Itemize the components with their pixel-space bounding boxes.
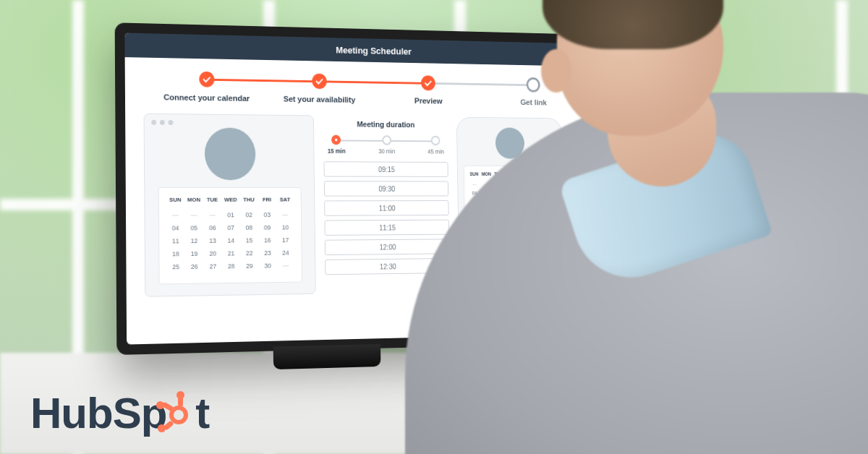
calendar-day[interactable]: 19 [185,247,204,260]
day-header: SAT [276,197,294,209]
calendar-day[interactable]: 27 [203,260,222,273]
day-header: WED [221,197,239,209]
app-title: Meeting Scheduler [336,44,412,56]
calendar-grid: ———010203—040506070809101112131415161718… [166,209,295,274]
day-header: SUN [166,197,184,209]
calendar-day[interactable]: 05 [184,222,203,235]
duration-option-30[interactable]: 30 min [378,136,395,155]
sprocket-icon [163,397,197,430]
calendar-day[interactable]: 15 [240,234,258,247]
calendar-day[interactable]: 25 [166,260,185,273]
step-label: Set your availability [264,93,375,105]
calendar-day[interactable]: — [276,260,294,273]
calendar-day[interactable]: — [184,209,203,222]
duration-label: 15 min [328,147,346,155]
radio-icon [382,136,391,145]
day-header: TUE [203,197,222,209]
calendar-day[interactable]: 03 [258,209,276,222]
calendar-day[interactable]: 01 [221,209,239,222]
calendar-day[interactable]: — [166,209,185,222]
calendar-day[interactable]: 14 [222,234,240,247]
calendar-day[interactable]: 07 [221,221,239,234]
calendar-day[interactable]: 09 [258,221,276,234]
calendar-day[interactable]: 13 [203,234,222,247]
calendar-day[interactable]: 26 [185,260,204,273]
calendar-day[interactable]: 29 [240,260,258,273]
calendar-day[interactable]: 21 [222,247,240,260]
person-silhouette [405,0,868,454]
day-header: FRI [258,197,276,209]
calendar-day[interactable]: 08 [240,221,258,234]
step-label: Connect your calendar [149,92,264,103]
calendar-day[interactable]: 16 [258,234,276,247]
step-connect-calendar[interactable]: Connect your calendar [149,71,264,104]
calendar-day[interactable]: 04 [166,222,185,235]
desktop-preview: SUN MON TUE WED THU FRI SAT ———010203—04… [144,113,316,297]
logo-text-part1: HubSp [30,388,166,438]
calendar-day[interactable]: 02 [240,209,258,222]
day-header: THU [239,197,258,209]
day-header: MON [184,197,203,209]
hubspot-logo: HubSp t [30,388,209,438]
calendar-day[interactable]: 12 [185,235,204,248]
avatar [205,128,256,181]
calendar-day[interactable]: 11 [166,235,185,248]
step-set-availability[interactable]: Set your availability [263,72,375,105]
calendar-day[interactable]: 23 [258,247,276,260]
radio-icon [332,135,341,145]
calendar-day[interactable]: 20 [203,247,222,260]
calendar-day[interactable]: 24 [276,247,294,260]
marketing-scene: Meeting Scheduler Connect your calendar … [0,0,868,454]
monitor-chin [273,344,381,369]
calendar-widget[interactable]: SUN MON TUE WED THU FRI SAT ———010203—04… [158,187,302,284]
check-icon [199,72,214,87]
calendar-day[interactable]: 22 [240,247,258,260]
calendar-day[interactable]: 17 [276,234,294,247]
check-icon [312,74,327,90]
calendar-day[interactable]: — [276,209,294,222]
calendar-day[interactable]: 18 [166,248,185,261]
calendar-day[interactable]: — [203,209,222,222]
calendar-day[interactable]: 10 [276,221,294,234]
calendar-day[interactable]: 06 [203,222,222,235]
window-controls-icon [151,120,173,125]
logo-text-part2: t [195,388,209,438]
calendar-day[interactable]: 28 [222,260,240,273]
duration-label: 30 min [378,148,395,155]
duration-option-15[interactable]: 15 min [328,135,346,155]
calendar-day-headers: SUN MON TUE WED THU FRI SAT [166,197,294,209]
calendar-day[interactable]: 30 [258,260,276,273]
